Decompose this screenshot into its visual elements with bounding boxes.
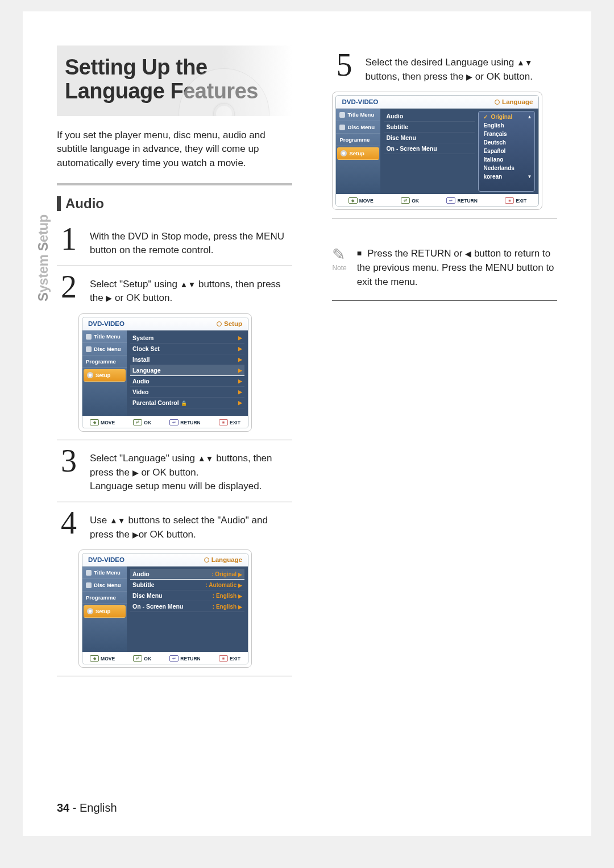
- right-arrow-icon: ▶: [466, 72, 472, 81]
- osd-footer: ◈MOVE ⏎OK ↩RETURN ■EXIT: [336, 194, 538, 206]
- step-4: 4 Use ▲▼ buttons to select the "Audio" a…: [57, 510, 292, 542]
- step-number: 3: [57, 448, 81, 474]
- osd-sidebar: Title Menu Disc Menu Programme Setup: [82, 330, 127, 416]
- scroll-up-icon: ▲: [528, 114, 532, 119]
- gear-icon: [341, 150, 347, 156]
- note-label: Note: [332, 264, 346, 272]
- page-number: 34: [57, 801, 69, 814]
- divider: [57, 183, 292, 185]
- disc-icon: [86, 346, 92, 352]
- right-arrow-icon: ▶: [106, 294, 112, 303]
- right-arrow-icon: ▶: [132, 530, 139, 539]
- section-title: Audio: [65, 196, 104, 212]
- osd-sidebar: Title Menu Disc Menu Programme Setup: [336, 109, 380, 194]
- divider: [57, 440, 292, 440]
- ring-icon: [217, 321, 222, 326]
- osd-language-select: DVD-VIDEO Language Title Menu Disc Menu …: [332, 92, 542, 210]
- step-text: With the DVD in Stop mode, press the MEN…: [90, 226, 292, 258]
- dot-icon: [86, 570, 92, 576]
- left-arrow-icon: ◀: [465, 249, 471, 258]
- gear-icon: [87, 608, 93, 614]
- bullet-icon: ■: [357, 249, 362, 258]
- step-number: 2: [57, 274, 81, 300]
- note-block: ✎ Note ■Press the RETURN or ◀ button to …: [332, 247, 557, 289]
- step-3: 3 Select "Language" using ▲▼ buttons, th…: [57, 448, 292, 494]
- page-title-block: Setting Up the Language Features: [57, 46, 292, 116]
- up-down-icon: ▲▼: [517, 58, 533, 67]
- osd-language-menu: DVD-VIDEO Language Title Menu Disc Menu …: [78, 549, 252, 668]
- osd-breadcrumb: Language: [211, 556, 242, 563]
- step-number: 1: [57, 226, 81, 252]
- osd-sidebar: Title Menu Disc Menu Programme Setup: [82, 567, 127, 652]
- osd-footer: ◈MOVE ⏎OK ↩RETURN ■EXIT: [82, 652, 248, 664]
- step-1: 1 With the DVD in Stop mode, press the M…: [57, 226, 292, 258]
- step-text: Select the desired Language using ▲▼ but…: [365, 52, 557, 84]
- disc-icon: [339, 125, 345, 130]
- section-heading-audio: Audio: [57, 196, 292, 212]
- osd-breadcrumb: Language: [502, 98, 533, 105]
- right-arrow-icon: ▶: [132, 468, 139, 477]
- step-2: 2 Select "Setup" using ▲▼ buttons, then …: [57, 274, 292, 305]
- step-number: 5: [332, 52, 356, 78]
- divider: [332, 218, 557, 218]
- gear-icon: [87, 372, 93, 378]
- osd-footer: ◈MOVE ⏎OK ↩RETURN ■EXIT: [82, 416, 248, 428]
- up-down-icon: ▲▼: [110, 516, 126, 525]
- divider: [57, 266, 292, 266]
- page-language: English: [80, 801, 117, 814]
- osd-brand: DVD-VIDEO: [88, 320, 125, 327]
- osd-setup-menu: DVD-VIDEO Setup Title Menu Disc Menu Pro…: [78, 313, 252, 432]
- section-bar-icon: [57, 196, 61, 211]
- divider: [57, 502, 292, 502]
- up-down-icon: ▲▼: [180, 280, 196, 289]
- check-icon: ✓: [483, 114, 488, 120]
- step-text: Select "Language" using ▲▼ buttons, then…: [90, 448, 292, 494]
- side-tab-label: System Setup: [35, 214, 51, 301]
- osd-breadcrumb: Setup: [224, 320, 242, 327]
- ring-icon: [495, 100, 500, 105]
- up-down-icon: ▲▼: [198, 454, 214, 463]
- disc-icon: [86, 582, 92, 588]
- ring-icon: [204, 557, 209, 563]
- intro-paragraph: If you set the player menu, disc menu, a…: [57, 129, 292, 171]
- divider: [57, 676, 292, 676]
- osd-language-popup: ✓Original▲ English Français Deutsch Espa…: [478, 111, 535, 192]
- step-5: 5 Select the desired Language using ▲▼ b…: [332, 52, 557, 84]
- page-footer: 34 - English: [57, 801, 117, 815]
- step-text: Select "Setup" using ▲▼ buttons, then pr…: [90, 274, 292, 305]
- scroll-down-icon: ▼: [528, 174, 532, 179]
- step-number: 4: [57, 510, 81, 536]
- lock-icon: 🔒: [181, 400, 187, 406]
- dot-icon: [339, 112, 345, 118]
- osd-brand: DVD-VIDEO: [342, 98, 378, 105]
- pencil-icon: ✎: [332, 246, 345, 263]
- dot-icon: [86, 334, 92, 340]
- step-text: Use ▲▼ buttons to select the "Audio" and…: [90, 510, 292, 542]
- divider: [332, 300, 557, 301]
- osd-brand: DVD-VIDEO: [88, 556, 125, 563]
